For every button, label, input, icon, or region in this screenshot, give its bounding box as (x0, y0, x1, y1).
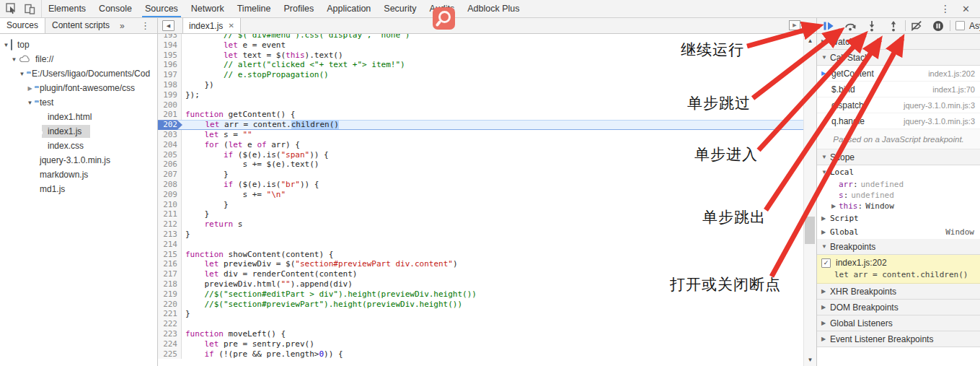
call-stack-frame[interactable]: dispatchjquery-3.1.0.min.js:3 (817, 97, 980, 113)
code-text[interactable]: // $("div#menu").css("display", "none") (182, 34, 410, 40)
disclosure-expanded-icon[interactable]: ▼ (10, 56, 18, 63)
line-number[interactable]: 208 (158, 180, 182, 190)
close-tab-icon[interactable]: ✕ (228, 22, 234, 30)
section-xhr-breakpoints[interactable]: ▶XHR Breakpoints (817, 284, 980, 300)
main-tab-elements[interactable]: Elements (42, 0, 92, 17)
inspect-element-icon[interactable] (6, 3, 17, 14)
main-tab-profiles[interactable]: Profiles (277, 0, 320, 17)
code-text[interactable]: return s (182, 219, 243, 230)
editor-scrollbar[interactable]: ▲ ▼ (803, 34, 816, 366)
device-toolbar-icon[interactable] (24, 4, 35, 14)
line-number[interactable]: 203 (158, 130, 182, 140)
scope-variable-s[interactable]: s:undefined (817, 190, 980, 201)
code-text[interactable]: let e = event (182, 40, 286, 51)
code-text[interactable]: s += "\n" (182, 190, 286, 200)
navigator-menu-icon[interactable]: ⋮ (141, 20, 157, 31)
line-number[interactable]: 224 (158, 339, 182, 349)
line-number[interactable]: 199 (158, 90, 182, 100)
adblock-plus-icon[interactable] (433, 7, 455, 30)
line-number[interactable]: 209 (158, 190, 182, 200)
line-number[interactable]: 200 (158, 100, 182, 110)
code-text[interactable]: s += $(e).text() (182, 160, 319, 170)
disclosure-collapsed-icon[interactable]: ▶ (831, 203, 839, 209)
tree-item-test[interactable]: ▼test (0, 95, 157, 110)
breakpoint-entry[interactable]: ✓index1.js:202let arr = content.children… (817, 255, 980, 284)
navigator-overflow-icon[interactable]: » (116, 21, 128, 31)
scrollbar-thumb[interactable] (805, 217, 815, 244)
step-over-button[interactable] (844, 20, 856, 32)
code-text[interactable]: // e.stopPropagation() (182, 70, 329, 80)
code-viewport[interactable]: 193 // $("div#menu").css("display", "non… (158, 34, 804, 366)
code-text[interactable]: if ($(e).is("span")) { (182, 150, 329, 160)
disclosure-collapsed-icon[interactable]: ▶ (821, 229, 830, 235)
code-text[interactable]: let pre = sentry.prev() (182, 339, 314, 349)
line-number[interactable]: 201 (158, 110, 182, 120)
section-event-listener-breakpoints[interactable]: ▶Event Listener Breakpoints (817, 331, 980, 347)
hide-navigator-icon[interactable]: ◀ (162, 20, 175, 31)
code-text[interactable]: // alert("clicked <"+ text +"> item!") (182, 60, 405, 70)
code-text[interactable]: //$("section#editPart > div").height(pre… (182, 289, 477, 300)
code-text[interactable]: } (182, 209, 209, 219)
disclosure-collapsed-icon[interactable]: ▶ (26, 85, 34, 92)
section-watch[interactable]: ▶ Watch (817, 34, 980, 50)
devtools-close-icon[interactable]: ✕ (962, 4, 970, 14)
section-breakpoints[interactable]: ▼ Breakpoints (817, 239, 980, 255)
tree-item-file-[interactable]: ▼file:// (0, 52, 157, 66)
code-text[interactable]: //$("section#previewPart").height(previe… (182, 300, 462, 310)
main-tab-sources[interactable]: Sources (138, 0, 185, 17)
line-number[interactable]: 225 (158, 349, 182, 360)
main-tab-application[interactable]: Application (320, 0, 377, 17)
code-text[interactable]: } (182, 309, 190, 319)
code-text[interactable]: } (182, 170, 229, 180)
main-tab-timeline[interactable]: Timeline (231, 0, 278, 17)
pause-on-exceptions-button[interactable] (932, 20, 944, 32)
line-number[interactable]: 194 (158, 40, 182, 51)
devtools-menu-icon[interactable]: ⋮ (940, 4, 950, 14)
line-number[interactable]: 204 (158, 140, 182, 150)
main-tab-network[interactable]: Network (185, 0, 231, 17)
code-text[interactable]: if (!(pre && pre.length>0)) { (182, 349, 343, 360)
code-text[interactable]: }) (182, 80, 214, 90)
section-call-stack[interactable]: ▼ Call Stack (817, 50, 980, 66)
scope-variable-arr[interactable]: arr:undefined (817, 179, 980, 190)
section-scope[interactable]: ▼ Scope (817, 149, 980, 165)
line-number[interactable]: 195 (158, 51, 182, 61)
call-stack-frame[interactable]: ▶getContentindex1.js:202 (817, 66, 980, 82)
code-text[interactable]: let s = "" (182, 130, 252, 140)
line-number[interactable]: 198 (158, 80, 182, 90)
disclosure-collapsed-icon[interactable]: ▶ (821, 215, 830, 222)
main-tab-security[interactable]: Security (377, 0, 423, 17)
scope-group-script[interactable]: ▶Script (817, 212, 980, 225)
tree-item-markdown-js[interactable]: markdown.js (0, 167, 157, 182)
line-number[interactable]: 215 (158, 250, 182, 260)
resume-button[interactable] (823, 20, 834, 32)
tree-item-jquery-3-1-0-min-js[interactable]: jquery-3.1.0.min.js (0, 153, 157, 167)
code-text[interactable] (182, 240, 185, 250)
line-number[interactable]: 218 (158, 279, 182, 289)
line-number[interactable]: 212 (158, 219, 182, 230)
line-number[interactable]: 207 (158, 170, 182, 180)
code-text[interactable]: let div = renderContent(content) (182, 269, 357, 279)
disclosure-expanded-icon[interactable]: ▼ (2, 42, 10, 48)
main-tab-adblock-plus[interactable]: Adblock Plus (461, 0, 526, 17)
deactivate-breakpoints-button[interactable] (911, 20, 922, 32)
code-text[interactable]: } (182, 200, 229, 210)
line-number[interactable]: 196 (158, 60, 182, 70)
line-number[interactable]: 210 (158, 200, 182, 210)
section-dom-breakpoints[interactable]: ▶DOM Breakpoints (817, 300, 980, 315)
line-number[interactable]: 219 (158, 289, 182, 300)
line-number[interactable]: 221 (158, 309, 182, 319)
code-text[interactable] (182, 319, 185, 329)
breakpoint-checkbox[interactable]: ✓ (821, 258, 831, 268)
tree-item-plugin-font-awesome-css[interactable]: ▶plugin/font-awesome/css (0, 81, 157, 95)
code-text[interactable]: } (182, 230, 190, 240)
code-text[interactable]: function showContent(content) { (182, 250, 333, 260)
editor-tab-index1js[interactable]: index1.js ✕ (182, 18, 241, 33)
section-global-listeners[interactable]: ▶Global Listeners (817, 315, 980, 331)
line-number[interactable]: 220 (158, 300, 182, 310)
tree-item-top[interactable]: ▼top (0, 38, 157, 52)
tree-item-md1-js[interactable]: md1.js (0, 182, 157, 196)
tree-item-index1-js[interactable]: index1.js (0, 124, 157, 139)
line-number[interactable]: 211 (158, 209, 182, 219)
main-tab-console[interactable]: Console (92, 0, 138, 17)
